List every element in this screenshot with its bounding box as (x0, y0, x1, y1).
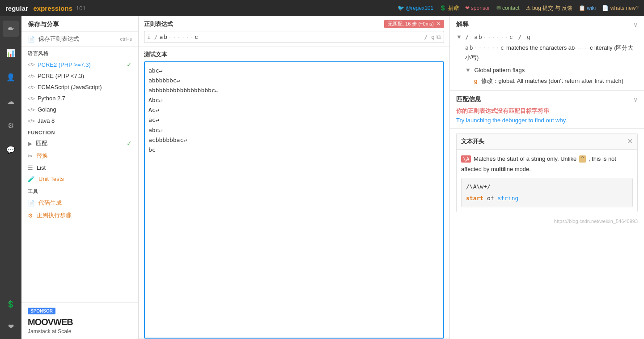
nav-wiki[interactable]: 📋 wiki (579, 5, 596, 11)
match-header[interactable]: 匹配信息 ∨ (456, 95, 638, 103)
nav-whatsnew[interactable]: 📄 whats new? (602, 5, 639, 11)
regex-section: 正则表达式 无匹配, 16 步 (~0ms) ✕ i / ab······c /… (139, 16, 449, 47)
func-list[interactable]: ☰ List (21, 162, 138, 173)
func-replace-icon: ✂ (28, 153, 33, 159)
regex-pattern: ab······c (159, 34, 422, 40)
sidebar-icon-dollar[interactable]: 💲 (3, 296, 19, 312)
save-shortcut: ctrl+s (120, 36, 132, 42)
explain-content: ▼ / ab······c / g ab······c matches the … (456, 32, 638, 86)
match-no-match-text: 你的正则表达式没有匹配目标字符串 (456, 107, 638, 115)
lang-java[interactable]: </> Java 8 (21, 115, 138, 126)
badge-caret: ^ (579, 155, 586, 163)
code-icon-6: </> (28, 118, 35, 124)
sidebar-icon-help[interactable]: 💬 (3, 142, 19, 158)
global-flags-label: Global pattern flags (475, 67, 525, 73)
sidebar-icon-chart[interactable]: 📊 (3, 45, 19, 61)
code-icon-2: </> (28, 73, 35, 79)
explain-flags-section: ▼ Global pattern flags g 修改：global. All … (456, 65, 638, 86)
textstart-body: \A Matches the start of a string only. U… (457, 150, 637, 211)
explain-chevron-icon: ∨ (633, 21, 638, 28)
sponsor-badge: SPONSOR (28, 308, 55, 314)
regex-flags: / g (424, 34, 435, 40)
textstart-close-icon[interactable]: ✕ (627, 137, 633, 146)
center-panel: 正则表达式 无匹配, 16 步 (~0ms) ✕ i / ab······c /… (139, 16, 449, 339)
sidebar-icon-heart[interactable]: ❤ (3, 318, 19, 335)
func-list-icon: ☰ (28, 164, 33, 171)
nav-links: 🐦 @regex101 💲 捐赠 ❤ sponsor ✉ contact ⚠ b… (398, 4, 639, 12)
logo-regular: regular (5, 4, 28, 12)
func-match[interactable]: ▶ 匹配 ✓ (21, 137, 138, 150)
code-icon-3: </> (28, 85, 35, 90)
tool-debugger-icon: ⚙ (28, 212, 33, 219)
logo-num: 101 (76, 5, 86, 12)
function-header: FUNCTION (21, 126, 138, 137)
func-list-label: List (37, 164, 46, 171)
explain-tree: ▼ / ab······c / g ab······c matches the … (456, 32, 638, 86)
explain-header[interactable]: 解释 ∨ (456, 21, 638, 29)
lang-java-label: Java 8 (38, 117, 55, 124)
func-match-label: 匹配 (36, 139, 47, 147)
match-section: 匹配信息 ∨ 你的正则表达式没有匹配目标字符串 Try launching th… (450, 91, 644, 129)
nav-donate[interactable]: 💲 捐赠 (440, 4, 458, 12)
explain-pattern-mono: ab······c (465, 44, 504, 51)
sidebar-icon-edit[interactable]: ✏ (3, 21, 19, 37)
explain-child1: ab······c matches the characters ab·····… (456, 43, 638, 63)
expand-flags-icon[interactable]: ▼ (465, 67, 471, 73)
lang-python[interactable]: </> Python 2.7 (21, 93, 138, 104)
explain-root-pattern: / ab······c / g (466, 34, 531, 40)
textstart-code-example: start of string (466, 193, 628, 203)
tool-codegen-icon: 📄 (28, 200, 35, 206)
code-kw-start: start (466, 195, 483, 202)
nav-contact[interactable]: ✉ contact (496, 5, 520, 11)
func-match-icon: ▶ (28, 140, 32, 147)
func-unittest-icon: 🧪 (28, 176, 35, 182)
right-panel: 解释 ∨ ▼ / ab······c / g ab······c matches… (449, 16, 644, 339)
match-title: 匹配信息 (456, 95, 481, 103)
logo: regular expressions 101 (5, 4, 86, 12)
lang-pcre2-label: PCRE2 (PHP >=7.3) (38, 61, 91, 68)
save-regex-row[interactable]: 📄 保存正则表达式 ctrl+s (21, 32, 138, 47)
testtext-section: 测试文本 abc↵ abbbbbbc↵ abbbbbbbbbbbbbbbbbc↵… (139, 47, 449, 339)
sidebar-icon-settings[interactable]: ⚙ (3, 117, 19, 133)
nav-sponsor[interactable]: ❤ sponsor (465, 5, 490, 11)
lang-ecma[interactable]: </> ECMAScript (JavaScript) (21, 82, 138, 93)
textstart-header: 文本开头 ✕ (457, 133, 637, 150)
sponsor-logo: MOOVWEB (28, 317, 132, 327)
lang-pcre[interactable]: </> PCRE (PHP <7.3) (21, 70, 138, 82)
flag-g-desc: 修改：global. All matches (don't return aft… (481, 77, 623, 84)
func-replace-label: 替换 (36, 152, 48, 160)
regex-input-row[interactable]: i / ab······c / g ⧉ (144, 31, 444, 43)
code-icon: </> (28, 62, 35, 67)
nav-twitter[interactable]: 🐦 @regex101 (398, 5, 434, 11)
func-replace[interactable]: ✂ 替换 (21, 150, 138, 162)
language-header: 语言风格 (21, 47, 138, 59)
tool-debugger[interactable]: ⚙ 正则执行步骤 (21, 209, 138, 222)
textstart-section: 文本开头 ✕ \A Matches the start of a string … (456, 133, 638, 212)
sidebar-icon-community[interactable]: ☁ (3, 93, 19, 109)
match-debugger-link[interactable]: Try launching the debugger to find out w… (456, 117, 567, 124)
testtext-area[interactable]: abc↵ abbbbbbc↵ abbbbbbbbbbbbbbbbbc↵ Abc↵… (144, 61, 444, 339)
logo-expressions: expressions (33, 4, 72, 12)
regex-copy-button[interactable]: ⧉ (436, 33, 441, 41)
func-match-check: ✓ (127, 140, 132, 147)
explain-flag-g: g 修改：global. All matches (don't return a… (465, 76, 638, 86)
badge-backslash-a: \A (461, 155, 471, 163)
lang-golang[interactable]: </> Golang (21, 104, 138, 115)
sidebar-icon-user[interactable]: 👤 (3, 69, 19, 85)
code-icon-4: </> (28, 96, 35, 101)
regex-header: 正则表达式 无匹配, 16 步 (~0ms) ✕ (144, 20, 444, 28)
match-chevron-icon: ∨ (633, 96, 638, 103)
expand-root-icon[interactable]: ▼ (456, 34, 462, 40)
lang-ecma-label: ECMAScript (JavaScript) (38, 84, 102, 90)
watermark: https://blog.csdn.net/weixin_54640993 (450, 217, 644, 226)
nav-bug[interactable]: ⚠ bug 提交 与 反馈 (526, 4, 572, 12)
match-info-content: 你的正则表达式没有匹配目标字符串 Try launching the debug… (456, 107, 638, 124)
regex-title: 正则表达式 (144, 20, 173, 28)
code-icon-5: </> (28, 107, 35, 112)
tool-codegen[interactable]: 📄 代码生成 (21, 197, 138, 209)
lang-pcre2[interactable]: </> PCRE2 (PHP >=7.3) ✓ (21, 59, 138, 70)
textstart-code-pattern: /\A\w+/ (466, 182, 628, 192)
textstart-body-text1: Matches the start of a string only. Unli… (474, 155, 578, 162)
explain-section: 解释 ∨ ▼ / ab······c / g ab······c matches… (450, 16, 644, 91)
func-unit-tests[interactable]: 🧪 Unit Tests (21, 173, 138, 185)
